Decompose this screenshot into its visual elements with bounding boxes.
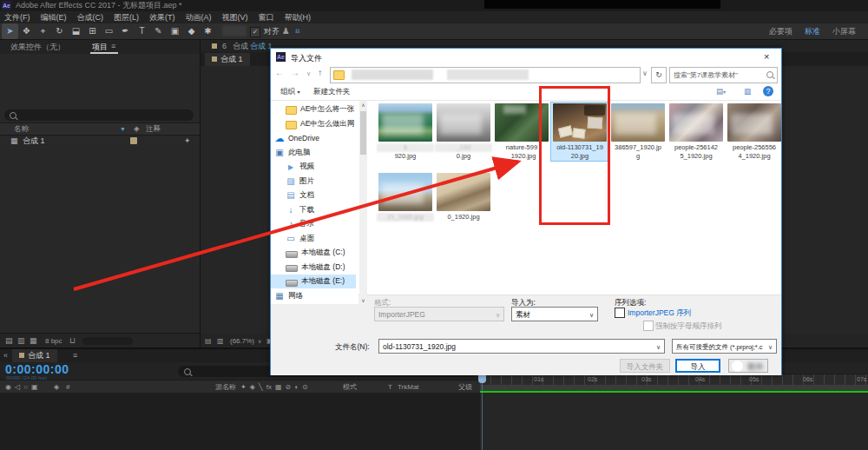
dialog-close-icon[interactable]: × <box>764 51 769 62</box>
sidebar-item-AE中怎么做出网[interactable]: AE中怎么做出网 <box>271 117 356 131</box>
sidebar-scrollbar[interactable]: ∧ ∨ <box>359 101 367 304</box>
sort-arrow-icon[interactable]: ▼ <box>120 123 126 135</box>
menu-item-视图(V)[interactable]: 视图(V) <box>222 11 248 23</box>
sidebar-item-文档[interactable]: 文档 <box>271 189 356 202</box>
import-button[interactable]: 导入 <box>675 359 720 373</box>
alphabetical-checkbox[interactable] <box>643 321 654 331</box>
quality-icon[interactable]: ╲ <box>259 381 263 394</box>
sidebar-item-下载[interactable]: 下载 <box>271 203 356 217</box>
sidebar-item-网络[interactable]: 网络 <box>271 289 356 303</box>
column-name[interactable]: 名称 <box>14 123 29 135</box>
pan-behind-tool[interactable]: ⊞ <box>84 23 101 39</box>
new-comp-icon[interactable]: ▦ <box>30 334 37 348</box>
back-icon[interactable]: ← <box>275 68 284 80</box>
grid-guides-icon[interactable]: ⌗ <box>295 23 300 39</box>
file-386597_1920.jpg[interactable]: 386597_1920.jpg <box>609 103 667 161</box>
shy-icon[interactable]: ✦ <box>240 381 247 394</box>
puppet-tool[interactable]: ✱ <box>200 23 216 39</box>
mode-column[interactable]: 模式 <box>343 381 357 394</box>
menu-item-窗口[interactable]: 窗口 <box>259 11 274 23</box>
import-folder-button[interactable]: 导入文件夹 <box>620 359 670 373</box>
menu-item-帮助(H)[interactable]: 帮助(H) <box>285 11 312 23</box>
sidebar-item-本地磁盘 (E:)[interactable]: 本地磁盘 (E:) <box>271 275 356 288</box>
collapse-icon[interactable]: ◈ <box>250 381 255 394</box>
comp-panel-comp-name[interactable]: 合成 1 <box>250 40 273 52</box>
lock-icon[interactable]: ▣ <box>31 381 38 394</box>
interpret-footage-icon[interactable]: ▤ <box>5 334 13 348</box>
file-21_1920.jpg[interactable]: 21_1920.jpg <box>377 172 434 222</box>
scrollbar-thumb[interactable] <box>360 111 366 155</box>
rotation-tool[interactable]: ↻ <box>51 23 68 39</box>
current-timecode[interactable]: 0:00:00:00 <box>5 362 69 376</box>
panel-menu-icon[interactable]: ≡ <box>111 42 115 50</box>
preview-pane-icon[interactable]: ▥ <box>744 83 751 100</box>
comp-tab[interactable]: 合成 1 <box>205 53 250 66</box>
collapse-icon[interactable]: « <box>3 349 8 362</box>
label-color-swatch[interactable] <box>130 137 137 144</box>
menu-item-图层(L)[interactable]: 图层(L) <box>114 11 139 23</box>
workspace-小屏幕[interactable]: 小屏幕 <box>832 23 856 39</box>
hand-tool[interactable]: ✥ <box>18 23 35 39</box>
trkmat-column[interactable]: TrkMat <box>398 381 419 394</box>
sidebar-item-OneDrive[interactable]: OneDrive <box>271 131 356 145</box>
column-comment[interactable]: 注释 <box>146 123 161 135</box>
camera-tool[interactable]: ⬓ <box>68 23 84 39</box>
file-it920.jpg[interactable]: it920.jpg <box>377 103 434 161</box>
sidebar-item-视频[interactable]: 视频 <box>271 160 356 174</box>
comp-panel-label[interactable]: 合成 <box>233 40 248 52</box>
zoom-level[interactable]: (66.7%) <box>230 334 254 348</box>
number-column-icon[interactable]: # <box>66 381 69 394</box>
organize-button[interactable]: 组织 ▾ <box>280 83 299 101</box>
viewer-icon-1[interactable]: ▤ <box>205 334 212 348</box>
scroll-down-icon[interactable]: ∨ <box>359 297 367 303</box>
sidebar-item-此电脑[interactable]: 此电脑 <box>271 146 356 160</box>
sequence-checkbox[interactable] <box>615 308 625 318</box>
work-area-bar[interactable] <box>480 385 868 391</box>
zoom-tool[interactable]: ⌖ <box>35 23 51 39</box>
bit-depth-label[interactable]: 8 bpc <box>45 334 62 348</box>
new-folder-button[interactable]: 新建文件夹 <box>313 83 351 100</box>
fx-icon[interactable]: fx <box>266 381 272 394</box>
pen-tool[interactable]: ✒ <box>117 23 134 39</box>
filetype-select[interactable]: 所有可接受的文件 (*.prproj;*.c∨ <box>672 339 777 354</box>
label-column-icon[interactable]: ◈ <box>54 381 59 394</box>
brush-tool[interactable]: ✎ <box>150 23 167 39</box>
file-people-2561425_1920.jpg[interactable]: people-2561425_1920.jpg <box>667 103 725 161</box>
source-name-column[interactable]: 源名称 <box>215 381 236 394</box>
sidebar-item-本地磁盘 (C:)[interactable]: 本地磁盘 (C:) <box>271 246 356 260</box>
file-0_1920.jpg[interactable]: 0_1920.jpg <box>435 172 492 222</box>
shape-tool[interactable]: ▭ <box>101 23 117 39</box>
scroll-up-icon[interactable]: ∧ <box>359 102 367 108</box>
dialog-titlebar[interactable]: Ae 导入文件 × <box>271 49 781 65</box>
filename-combobox[interactable]: old-1130731_1920.jpg∨ <box>378 339 665 354</box>
parent-column[interactable]: 父级 <box>458 381 472 394</box>
frame-blend-icon[interactable]: ▦ <box>275 381 282 394</box>
view-mode-icon[interactable]: ▤▾ <box>716 83 726 101</box>
sequence-checkbox-label[interactable]: ImporterJPEG 序列 <box>628 308 691 319</box>
eraser-tool[interactable]: ◆ <box>183 23 200 39</box>
file-_1920.jpg[interactable]: _1920.jpg <box>435 103 492 161</box>
menu-item-编辑(E)[interactable]: 编辑(E) <box>41 11 67 23</box>
tag-column-icon[interactable]: ◈ <box>134 123 140 135</box>
selection-tool[interactable]: ➤ <box>2 23 18 39</box>
timeline-tab[interactable]: 合成 1 <box>12 349 57 362</box>
workspace-people-icon[interactable]: ♟ <box>282 23 290 39</box>
project-item-row[interactable]: ▦ 合成 1 ✦ <box>0 135 200 147</box>
recent-dd-icon[interactable]: ∨ <box>306 68 311 80</box>
menu-item-合成(C)[interactable]: 合成(C) <box>77 11 104 23</box>
eye-icon[interactable]: ◉ <box>5 381 11 394</box>
trash-icon[interactable]: ⊔ <box>69 334 76 348</box>
new-folder-icon[interactable]: ▥ <box>17 334 25 348</box>
tab-effect-controls[interactable]: 效果控件（无） <box>10 42 65 53</box>
forward-icon[interactable]: → <box>291 68 299 80</box>
workspace-标准[interactable]: 标准 <box>805 23 820 39</box>
menu-item-动画(A)[interactable]: 动画(A) <box>186 11 212 23</box>
sidebar-item-本地磁盘 (D:)[interactable]: 本地磁盘 (D:) <box>271 261 356 275</box>
project-search-input[interactable] <box>4 109 194 121</box>
adjustment-icon[interactable]: ◐ <box>294 381 299 394</box>
motion-blur-icon[interactable]: ⊘ <box>285 381 291 394</box>
3d-icon[interactable]: ⊙ <box>302 381 308 394</box>
import-as-select[interactable]: 素材∨ <box>511 307 598 321</box>
address-bar[interactable] <box>330 67 641 83</box>
timeline-menu-icon[interactable]: ≡ <box>73 349 77 362</box>
